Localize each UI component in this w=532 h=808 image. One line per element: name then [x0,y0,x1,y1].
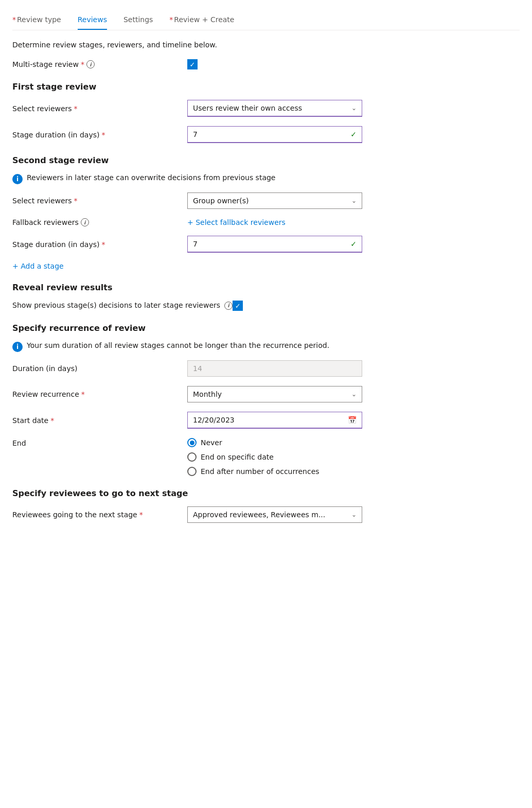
fallback-reviewers-label: Fallback reviewers i [12,218,187,226]
first-stage-duration-control: 7 ✓ [187,126,362,143]
tab-review-create[interactable]: *Review + Create [169,10,234,30]
reveal-checkbox-wrap: ✓ [233,301,407,311]
reviewees-value: Approved reviewees, Reviewees m... [193,511,325,519]
recurrence-control: Monthly ⌄ [187,386,362,402]
fallback-reviewers-control: + Select fallback reviewers [187,218,362,226]
second-stage-reviewers-chevron-icon: ⌄ [351,197,357,204]
second-stage-duration-control: 7 ✓ [187,236,362,253]
second-stage-info-icon: i [12,174,23,184]
second-stage-duration-valid-icon: ✓ [350,240,357,248]
end-row: End Never End on specific date End after… [12,438,520,476]
recurrence-value: Monthly [193,390,222,398]
reviewees-label: Reviewees going to the next stage * [12,511,187,519]
first-stage-reviewers-value: Users review their own access [193,104,302,112]
recurrence-label: Review recurrence * [12,390,187,398]
second-stage-reviewers-dropdown[interactable]: Group owner(s) ⌄ [187,192,362,209]
multi-stage-info-icon[interactable]: i [86,60,95,68]
first-stage-heading: First stage review [12,82,520,92]
reveal-checkbox-label: Show previous stage(s) decisions to late… [12,301,233,311]
end-occurrences-label: End after number of occurrences [201,467,320,476]
duration-control: 14 [187,360,362,377]
fallback-reviewers-row: Fallback reviewers i + Select fallback r… [12,218,520,226]
recurrence-dropdown[interactable]: Monthly ⌄ [187,386,362,402]
end-specific-date-label: End on specific date [201,453,274,461]
recurrence-heading: Specify recurrence of review [12,323,520,333]
recurrence-info-text: Your sum duration of all review stages c… [27,341,329,349]
first-stage-duration-label: Stage duration (in days) * [12,131,187,139]
end-radio-group: Never End on specific date End after num… [187,438,320,476]
end-never-option[interactable]: Never [187,438,320,447]
start-date-row: Start date * 12/20/2023 📅 [12,412,520,429]
second-stage-info-text: Reviewers in later stage can overwrite d… [27,173,276,182]
reveal-heading: Reveal review results [12,283,520,292]
next-stage-heading: Specify reviewees to go to next stage [12,488,520,498]
duration-input[interactable]: 14 [187,360,362,377]
first-stage-duration-value: 7 [193,130,198,138]
end-specific-date-option[interactable]: End on specific date [187,452,320,462]
duration-placeholder: 14 [193,364,202,373]
page-subtitle: Determine review stages, reviewers, and … [12,41,520,49]
reviewees-control: Approved reviewees, Reviewees m... ⌄ [187,506,362,523]
multi-stage-row: Multi-stage review * i ✓ [12,59,520,69]
end-never-label: Never [201,438,222,447]
reveal-checkbox-row: Show previous stage(s) decisions to late… [12,301,520,311]
end-specific-date-radio[interactable] [187,452,197,462]
end-occurrences-option[interactable]: End after number of occurrences [187,467,320,476]
first-stage-reviewers-label: Select reviewers * [12,104,187,113]
tab-settings[interactable]: Settings [123,10,153,30]
second-stage-duration-value: 7 [193,240,198,248]
tab-review-type[interactable]: *Review type [12,10,61,30]
recurrence-chevron-icon: ⌄ [351,391,357,398]
start-date-input[interactable]: 12/20/2023 📅 [187,412,362,429]
recurrence-info-banner: i Your sum duration of all review stages… [12,341,520,352]
second-stage-reviewers-row: Select reviewers * Group owner(s) ⌄ [12,192,520,209]
tab-reviews[interactable]: Reviews [78,10,107,30]
recurrence-info-icon: i [12,342,23,352]
duration-row: Duration (in days) 14 [12,360,520,377]
start-date-control: 12/20/2023 📅 [187,412,362,429]
end-occurrences-radio[interactable] [187,467,197,476]
second-stage-info-banner: i Reviewers in later stage can overwrite… [12,173,520,184]
multi-stage-label: Multi-stage review * i [12,60,187,68]
second-stage-duration-label: Stage duration (in days) * [12,240,187,249]
reveal-checkbox[interactable]: ✓ [233,301,243,311]
select-fallback-link[interactable]: + Select fallback reviewers [187,218,286,226]
calendar-icon: 📅 [348,416,357,424]
first-stage-reviewers-row: Select reviewers * Users review their ow… [12,100,520,117]
multi-stage-checkbox[interactable]: ✓ [187,59,198,69]
first-stage-duration-input[interactable]: 7 ✓ [187,126,362,143]
fallback-info-icon[interactable]: i [81,218,89,226]
multi-stage-checkbox-wrap: ✓ [187,59,362,69]
recurrence-row: Review recurrence * Monthly ⌄ [12,386,520,402]
start-date-label: Start date * [12,416,187,425]
reveal-info-icon[interactable]: i [224,302,233,310]
end-never-radio[interactable] [187,438,197,447]
reviewees-dropdown[interactable]: Approved reviewees, Reviewees m... ⌄ [187,506,362,523]
second-stage-duration-input[interactable]: 7 ✓ [187,236,362,253]
start-date-value: 12/20/2023 [193,416,235,424]
second-stage-reviewers-control: Group owner(s) ⌄ [187,192,362,209]
second-stage-reviewers-label: Select reviewers * [12,197,187,205]
first-stage-reviewers-chevron-icon: ⌄ [351,104,357,112]
first-stage-reviewers-control: Users review their own access ⌄ [187,100,362,117]
end-label: End [12,438,187,447]
second-stage-reviewers-value: Group owner(s) [193,197,249,205]
second-stage-heading: Second stage review [12,155,520,165]
nav-tabs: *Review type Reviews Settings *Review + … [12,10,520,30]
reviewees-row: Reviewees going to the next stage * Appr… [12,506,520,523]
first-stage-reviewers-dropdown[interactable]: Users review their own access ⌄ [187,100,362,117]
first-stage-duration-row: Stage duration (in days) * 7 ✓ [12,126,520,143]
add-stage-button[interactable]: + Add a stage [12,262,520,270]
first-stage-duration-valid-icon: ✓ [350,130,357,138]
second-stage-duration-row: Stage duration (in days) * 7 ✓ [12,236,520,253]
duration-label: Duration (in days) [12,364,187,373]
reviewees-chevron-icon: ⌄ [351,511,357,518]
